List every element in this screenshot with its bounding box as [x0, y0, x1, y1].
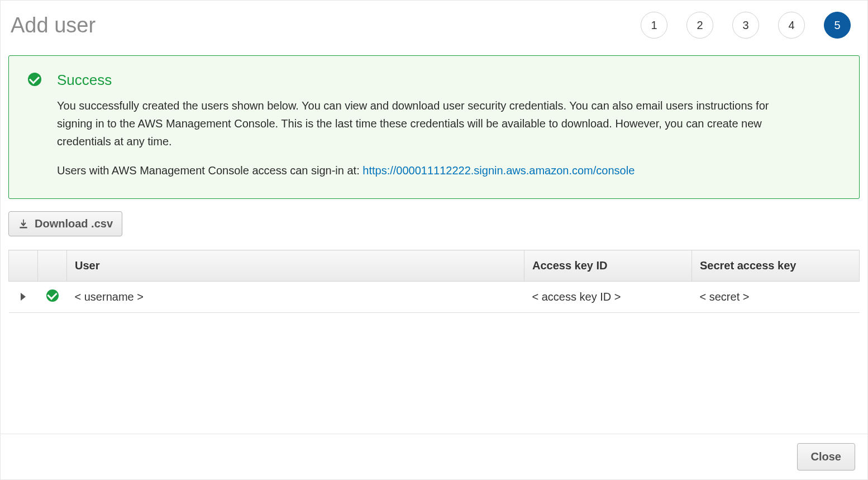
download-csv-button[interactable]: Download .csv	[8, 211, 122, 236]
wizard-step-3[interactable]: 3	[732, 12, 759, 39]
wizard-step-1[interactable]: 1	[641, 12, 667, 39]
wizard-step-5[interactable]: 5	[824, 12, 851, 39]
wizard-step-4[interactable]: 4	[778, 12, 805, 39]
success-check-icon	[28, 73, 41, 86]
wizard-step-2[interactable]: 2	[686, 12, 713, 39]
download-icon	[18, 218, 29, 230]
row-success-check-icon	[46, 289, 59, 302]
alert-title: Success	[57, 72, 778, 89]
footer: Close	[1, 434, 867, 479]
expand-toggle[interactable]	[9, 282, 38, 313]
signin-url-link[interactable]: https://000011112222.signin.aws.amazon.c…	[363, 164, 635, 177]
user-header: User	[67, 250, 524, 282]
alert-message: You successfully created the users shown…	[57, 97, 778, 150]
alert-signin-line: Users with AWS Management Console access…	[57, 161, 778, 179]
alert-signin-prefix: Users with AWS Management Console access…	[57, 164, 363, 177]
access-key-id-header: Access key ID	[524, 250, 692, 282]
expand-header	[9, 250, 38, 282]
secret-cell: < secret >	[692, 282, 860, 313]
wizard-steps: 1 2 3 4 5	[641, 12, 860, 39]
secret-access-key-header: Secret access key	[692, 250, 860, 282]
table-row: < username > < access key ID > < secret …	[9, 282, 860, 313]
access-key-id-cell: < access key ID >	[524, 282, 692, 313]
status-header	[38, 250, 67, 282]
success-alert: Success You successfully created the use…	[8, 55, 860, 199]
svg-rect-0	[20, 227, 27, 229]
download-csv-label: Download .csv	[35, 217, 113, 230]
users-table: User Access key ID Secret access key < u…	[8, 250, 860, 313]
svg-rect-1	[23, 219, 24, 224]
close-button[interactable]: Close	[797, 443, 855, 471]
page-title: Add user	[11, 13, 96, 37]
caret-right-icon	[21, 293, 26, 301]
user-cell: < username >	[67, 282, 524, 313]
